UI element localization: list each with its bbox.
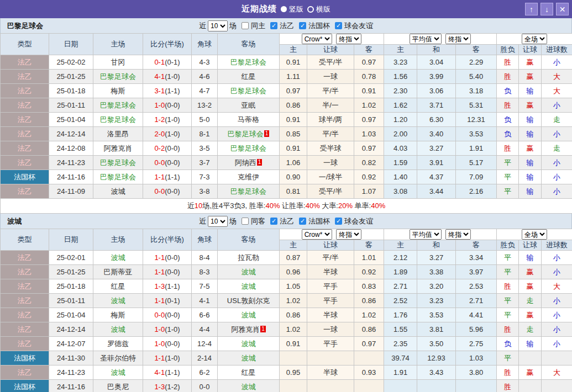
avg-away-odds: 4.41 [456, 308, 497, 322]
avg-select-cell: 平均值 终指 [384, 229, 497, 240]
avg-draw-odds: 3.27 [417, 251, 456, 265]
close-button[interactable]: ✕ [556, 3, 569, 15]
league2-checkbox[interactable] [270, 218, 277, 225]
games-label: 场 [229, 21, 237, 31]
col-crow-home: 主 [280, 45, 307, 55]
match-row: 法乙25-02-02甘冈0-1(0-1)4-3巴黎足球会0.91受平/半0.97… [1, 55, 572, 70]
date-cell: 25-01-11 [49, 294, 93, 308]
score-cell: 1-0(0-0) [143, 98, 192, 113]
match-count-select[interactable]: 10 [208, 216, 228, 227]
corners-cell: 4-6 [192, 70, 218, 84]
match-row: 法乙25-01-18梅斯3-1(1-1)4-7巴黎足球会0.97平/半0.912… [1, 84, 572, 98]
scope-select-cell: 全场 [497, 34, 572, 45]
same-home-checkbox[interactable] [242, 22, 249, 29]
away-team-cell: 波城 [218, 351, 280, 365]
fulltime-score: 4-1 [154, 368, 165, 377]
home-team-cell: 波城 [93, 294, 143, 308]
result-goals: 小 [542, 308, 572, 322]
result-handicap: 赢 [519, 265, 542, 279]
cup-label: 法国杯 [308, 21, 330, 31]
avg-draw-odds: 3.44 [417, 184, 456, 199]
halftime-score: (1-1) [165, 282, 180, 290]
avg-draw-odds: 3.04 [417, 55, 456, 70]
avg-away-odds: 2.71 [456, 294, 497, 308]
result-handicap: 走 [519, 294, 542, 308]
fulltime-score: 1-2 [154, 115, 165, 124]
crow-handicap: 平/半 [307, 127, 354, 141]
col-corner: 角球 [192, 34, 218, 55]
result-handicap: 赢 [519, 365, 542, 380]
odds-source-select[interactable]: Crow* [302, 229, 332, 240]
corners-cell: 4-7 [192, 84, 218, 98]
scroll-down-button[interactable]: ↓ [540, 3, 553, 15]
avg-draw-odds: 3.53 [417, 308, 456, 322]
layout-radio-horizontal[interactable]: 横版 [307, 4, 330, 14]
fulltime-score: 2-0 [154, 130, 165, 138]
avg-home-odds: 3.23 [384, 55, 417, 70]
league2-label: 法乙 [280, 216, 294, 226]
friendly-label: 球会友谊 [344, 21, 373, 31]
match-count-select[interactable]: 10 [208, 20, 228, 31]
home-team-cell: 甘冈 [93, 55, 143, 70]
cup-checkbox[interactable] [299, 22, 306, 29]
home-team-cell: 阿雅克肖 [93, 141, 143, 156]
avg-home-odds: 3.08 [384, 184, 417, 199]
avg-away-odds: 5.40 [456, 70, 497, 84]
away-team-cell: 波城 [218, 265, 280, 279]
avg-home-odds: 1.62 [384, 98, 417, 113]
red-card-badge: 1 [257, 159, 263, 166]
team-label: 波城 [111, 187, 125, 195]
league-cell: 法国杯 [1, 170, 49, 184]
crow-away-odds: 1.03 [354, 127, 384, 141]
avg-home-odds: 2.52 [384, 294, 417, 308]
scroll-up-button[interactable]: ↑ [525, 3, 538, 15]
halftime-score: (1-0) [165, 130, 180, 138]
corners-cell: 6-2 [192, 365, 218, 380]
radio-selected-icon[interactable] [281, 6, 287, 12]
radio-unselected-icon[interactable] [307, 6, 314, 13]
crow-home-odds: 0.85 [280, 127, 307, 141]
scope-select[interactable]: 全场 [522, 229, 547, 240]
result-goals: 小 [542, 170, 572, 184]
halftime-score: (1-0) [165, 325, 180, 333]
summary-stat-value: 40% [306, 202, 320, 210]
away-team-cell: 波城 [218, 380, 280, 392]
result-handicap: 输 [519, 337, 542, 351]
crow-away-odds: 1.07 [354, 184, 384, 199]
league-cell: 法国杯 [1, 380, 49, 392]
avg-time-select[interactable]: 终指 [445, 34, 471, 44]
avg-source-select[interactable]: 平均值 [410, 229, 442, 240]
away-team-cell: 红星 [218, 70, 280, 84]
layout-radio-vertical[interactable]: 竖版 [281, 4, 303, 14]
crow-handicap: 半/一 [307, 98, 354, 113]
avg-home-odds: 2.71 [384, 279, 417, 294]
col-winloss: 胜负 [497, 240, 519, 251]
col-crow-away: 客 [354, 45, 384, 55]
date-cell: 25-01-18 [49, 279, 93, 294]
odds-time-select[interactable]: 终指 [336, 34, 361, 44]
scope-select[interactable]: 全场 [522, 34, 547, 44]
match-row: 法乙24-11-23巴黎足球会0-0(0-0)3-7阿纳西11.06一球0.82… [1, 156, 572, 170]
away-team-cell: 波城 [218, 279, 280, 294]
result-goals: 小 [542, 156, 572, 170]
league2-checkbox[interactable] [270, 22, 277, 29]
friendly-checkbox[interactable] [335, 218, 342, 225]
result-winloss: 胜 [497, 380, 519, 392]
col-crow-handicap: 让球 [307, 240, 354, 251]
avg-time-select[interactable]: 终指 [445, 229, 471, 240]
home-team-cell: 巴黎足球会 [93, 98, 143, 113]
col-handicap-result: 让球 [519, 240, 542, 251]
avg-draw-odds: 3.91 [417, 156, 456, 170]
league-cell: 法乙 [1, 113, 49, 127]
cup-label: 法国杯 [308, 216, 330, 226]
crow-home-odds: 1.06 [280, 156, 307, 170]
team-label: 波城 [242, 282, 256, 290]
odds-source-select[interactable]: Crow* [302, 34, 332, 44]
fulltime-score: 1-0 [154, 325, 165, 333]
cup-checkbox[interactable] [299, 218, 306, 225]
friendly-checkbox[interactable] [335, 22, 342, 29]
crow-home-odds: 0.87 [280, 251, 307, 265]
odds-time-select[interactable]: 终指 [336, 229, 361, 240]
avg-source-select[interactable]: 平均值 [410, 34, 442, 44]
same-away-checkbox[interactable] [242, 218, 249, 225]
